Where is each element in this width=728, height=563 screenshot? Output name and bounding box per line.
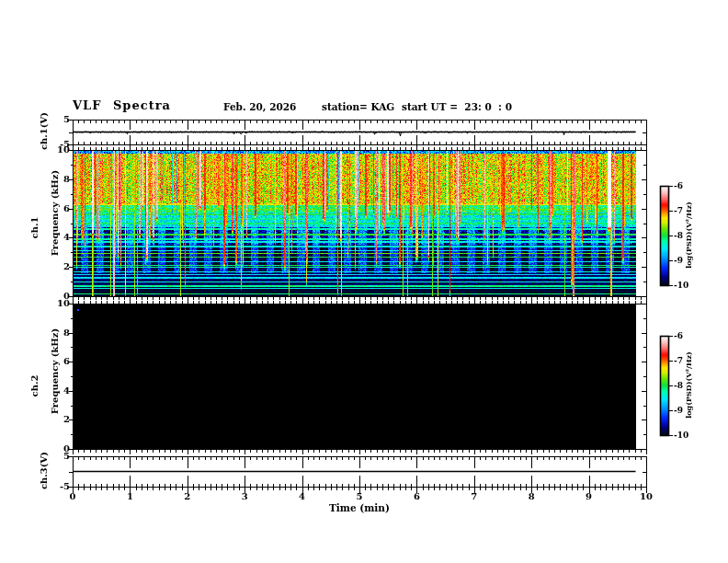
x-tick-label: 6: [405, 491, 427, 502]
spec2-y-tick-label: 8: [51, 327, 70, 339]
ch1v-y-tick-label: -5: [51, 139, 70, 150]
colorbar1-tick-label: -6: [674, 180, 698, 191]
vlf-spectra-page: VLF Spectra Feb. 20, 2026 station= KAG s…: [0, 0, 728, 563]
header-date: Feb. 20, 2026: [223, 101, 296, 112]
colorbar1-tick-label: -7: [674, 205, 698, 216]
spec1-y-tick-label: 8: [51, 174, 70, 185]
colorbar2-tick-label: -7: [674, 355, 698, 366]
x-tick-label: 10: [635, 491, 657, 502]
spec2-y-tick-label: 10: [51, 298, 70, 309]
header-station: station= KAG: [322, 101, 394, 112]
spec1-y-tick-label: 2: [51, 261, 70, 272]
x-tick-label: 5: [348, 491, 370, 502]
spec2-y-tick-label: 4: [51, 385, 70, 396]
ch1v-y-tick-label: 5: [51, 114, 70, 125]
ch1v-axis-label: ch.1(V): [39, 104, 49, 159]
colorbar2-tick-label: -8: [674, 380, 698, 391]
spec1-y-tick-label: 4: [51, 232, 70, 243]
x-tick-label: 3: [233, 491, 256, 502]
colorbar2-tick-label: -6: [674, 330, 698, 341]
colorbar1-tick-label: -9: [674, 255, 698, 266]
spec1-y-tick-label: 6: [51, 203, 70, 214]
x-tick-label: 8: [520, 491, 542, 502]
x-tick-label: 7: [463, 491, 485, 502]
colorbar1-tick-label: -8: [674, 230, 698, 241]
spec2-y-tick-label: 2: [51, 414, 70, 425]
ch3v-axis-label: ch.3(V): [39, 443, 49, 499]
ch3v-y-tick-label: 5: [51, 451, 70, 462]
spec2-axis-label-line2: Frequency (kHz): [50, 328, 60, 414]
ch3v-y-tick-label: -5: [51, 481, 70, 492]
x-tick-label: 0: [62, 491, 84, 502]
x-tick-label: 2: [176, 491, 199, 502]
header-start-ut: start UT = 23: 0 : 0: [402, 101, 512, 112]
page-title: VLF Spectra: [73, 98, 171, 112]
spectrogram-plot-canvas: [0, 0, 728, 563]
colorbar1-tick-label: -10: [674, 280, 698, 291]
time-axis-label: Time (min): [313, 502, 405, 513]
spec2-axis-label-line1: ch.2: [29, 375, 40, 397]
x-tick-label: 1: [119, 491, 141, 502]
colorbar2-tick-label: -10: [674, 430, 698, 441]
spec2-y-tick-label: 6: [51, 356, 70, 367]
x-tick-label: 9: [578, 491, 600, 502]
colorbar2-tick-label: -9: [674, 405, 698, 416]
spec1-axis-label-line1: ch.1: [29, 217, 40, 239]
x-tick-label: 4: [291, 491, 313, 502]
